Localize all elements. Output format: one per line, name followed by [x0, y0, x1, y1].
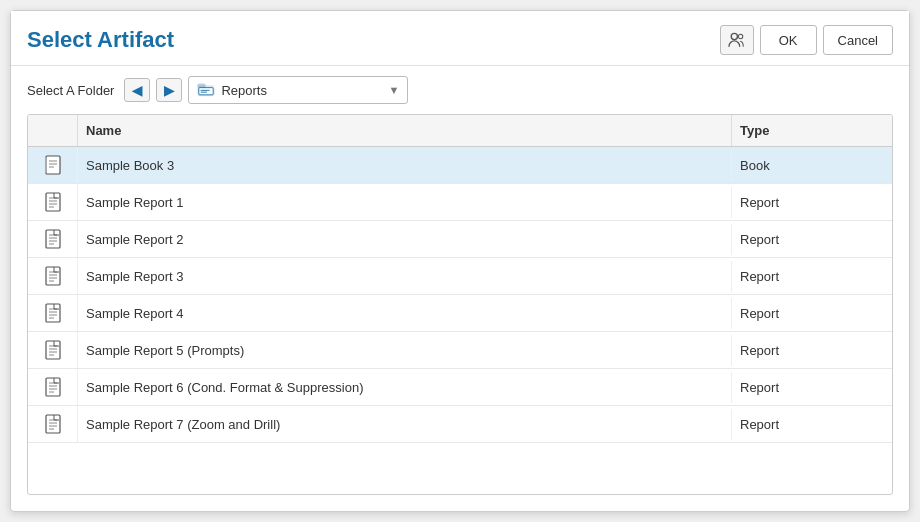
- row-name: Sample Book 3: [78, 150, 732, 181]
- row-type: Report: [732, 261, 892, 292]
- folder-icon: [197, 81, 215, 100]
- select-artifact-dialog: Select Artifact OK Cancel Select A Folde…: [10, 10, 910, 512]
- report-icon: [44, 192, 62, 212]
- row-icon-cell: [28, 369, 78, 405]
- cancel-button[interactable]: Cancel: [823, 25, 893, 55]
- dropdown-arrow-icon: ▼: [389, 84, 400, 96]
- svg-rect-17: [46, 230, 60, 248]
- table-row[interactable]: Sample Report 2Report: [28, 221, 892, 258]
- svg-rect-22: [46, 267, 60, 285]
- row-type: Report: [732, 298, 892, 329]
- table-row[interactable]: Sample Report 6 (Cond. Format & Suppress…: [28, 369, 892, 406]
- row-type: Report: [732, 372, 892, 403]
- users-button[interactable]: [720, 25, 754, 55]
- dialog-header: Select Artifact OK Cancel: [11, 11, 909, 66]
- svg-rect-27: [46, 304, 60, 322]
- row-name: Sample Report 2: [78, 224, 732, 255]
- back-icon: ◀: [132, 83, 142, 98]
- header-buttons: OK Cancel: [720, 25, 893, 55]
- svg-rect-4: [199, 87, 213, 94]
- table-header: Name Type: [28, 115, 892, 147]
- table-row[interactable]: Sample Report 7 (Zoom and Drill)Report: [28, 406, 892, 443]
- report-icon: [44, 377, 62, 397]
- row-type: Book: [732, 150, 892, 181]
- row-type: Report: [732, 409, 892, 440]
- row-name: Sample Report 3: [78, 261, 732, 292]
- artifact-table: Name Type Sample Book 3Book Sample Repor…: [27, 114, 893, 495]
- dialog-title: Select Artifact: [27, 27, 174, 53]
- report-icon: [44, 340, 62, 360]
- table-row[interactable]: Sample Book 3Book: [28, 147, 892, 184]
- svg-rect-37: [46, 378, 60, 396]
- select-folder-label: Select A Folder: [27, 83, 114, 98]
- row-name: Sample Report 6 (Cond. Format & Suppress…: [78, 372, 732, 403]
- row-name: Sample Report 7 (Zoom and Drill): [78, 409, 732, 440]
- table-row[interactable]: Sample Report 1Report: [28, 184, 892, 221]
- forward-icon: ▶: [164, 83, 174, 98]
- row-name: Sample Report 4: [78, 298, 732, 329]
- table-row[interactable]: Sample Report 3Report: [28, 258, 892, 295]
- svg-rect-11: [45, 157, 47, 173]
- svg-rect-3: [198, 84, 205, 88]
- report-icon: [44, 414, 62, 434]
- col-header-type: Type: [732, 115, 892, 146]
- col-header-name: Name: [78, 115, 732, 146]
- row-icon-cell: [28, 147, 78, 183]
- folder-dropdown[interactable]: Reports ▼: [188, 76, 408, 104]
- row-icon-cell: [28, 184, 78, 220]
- forward-button[interactable]: ▶: [156, 78, 182, 102]
- table-row[interactable]: Sample Report 4Report: [28, 295, 892, 332]
- ok-button[interactable]: OK: [760, 25, 817, 55]
- book-icon: [44, 155, 62, 175]
- table-row[interactable]: Sample Report 5 (Prompts)Report: [28, 332, 892, 369]
- report-icon: [44, 266, 62, 286]
- folder-name: Reports: [221, 83, 382, 98]
- row-type: Report: [732, 224, 892, 255]
- report-icon: [44, 229, 62, 249]
- svg-rect-42: [46, 415, 60, 433]
- row-name: Sample Report 1: [78, 187, 732, 218]
- folder-toolbar: Select A Folder ◀ ▶ Reports ▼: [11, 66, 909, 114]
- svg-point-0: [731, 33, 737, 39]
- users-icon: [728, 32, 746, 48]
- svg-rect-32: [46, 341, 60, 359]
- svg-point-1: [738, 34, 742, 38]
- row-icon-cell: [28, 332, 78, 368]
- row-icon-cell: [28, 295, 78, 331]
- row-icon-cell: [28, 406, 78, 442]
- row-type: Report: [732, 335, 892, 366]
- row-icon-cell: [28, 258, 78, 294]
- row-name: Sample Report 5 (Prompts): [78, 335, 732, 366]
- col-header-icon: [28, 115, 78, 146]
- svg-rect-12: [46, 193, 60, 211]
- back-button[interactable]: ◀: [124, 78, 150, 102]
- svg-rect-7: [46, 156, 60, 174]
- row-icon-cell: [28, 221, 78, 257]
- row-type: Report: [732, 187, 892, 218]
- table-body[interactable]: Sample Book 3Book Sample Report 1Report …: [28, 147, 892, 494]
- report-icon: [44, 303, 62, 323]
